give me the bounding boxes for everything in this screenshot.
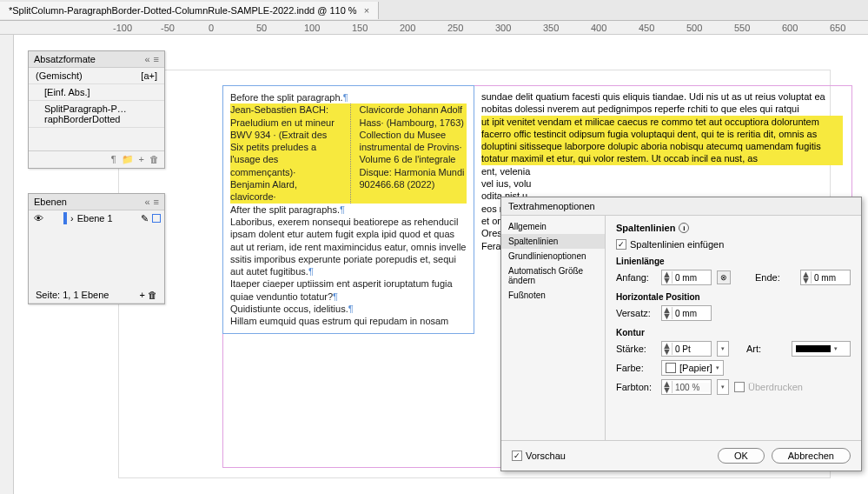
- para-after-3: Quidistiunte occus, idelitius.¶: [230, 303, 467, 315]
- section-line-length: Linienlänge: [616, 257, 851, 266]
- tint-spinner: ▲▼: [661, 379, 712, 395]
- offset-spinner[interactable]: ▲▼: [661, 305, 712, 321]
- dialog-nav-item[interactable]: Automatisch Größe ändern: [501, 264, 605, 288]
- dialog-title: Textrahmenoptionen: [501, 197, 861, 216]
- new-folder-icon[interactable]: 📁: [122, 154, 134, 165]
- para-after-4: Hillam eumquid quas estrum qui repudam i…: [230, 315, 467, 327]
- layer-color-swatch: [63, 212, 67, 224]
- para-after-title: After the split paragraphs.¶: [230, 204, 467, 216]
- start-input[interactable]: [673, 273, 711, 283]
- panel-header[interactable]: Ebenen «≡: [29, 194, 164, 210]
- start-spinner[interactable]: ▲▼: [661, 270, 712, 285]
- delete-layer-icon[interactable]: 🗑: [148, 290, 157, 300]
- split-col-2: Clavicorde Johann Adolf Hass· (Hambourg,…: [350, 103, 467, 203]
- end-input[interactable]: [812, 273, 850, 283]
- overprint-checkbox: Überdrucken: [734, 382, 803, 392]
- tab-title: *SplitColumn-ParagraphBorder-Dotted-Colu…: [9, 5, 357, 16]
- visibility-icon[interactable]: 👁: [32, 213, 44, 224]
- pen-icon: ✎: [141, 213, 149, 224]
- end-label: Ende:: [755, 272, 795, 283]
- new-style-icon[interactable]: +: [139, 154, 144, 165]
- section-stroke: Kontur: [616, 328, 851, 337]
- panel-header[interactable]: Absatzformate «≡: [29, 51, 164, 68]
- layer-row[interactable]: 👁 › Ebene 1 ✎: [29, 210, 164, 226]
- style-mixed-label: (Gemischt): [36, 70, 83, 81]
- right-para-1: sundae delit quatium facesti quis eliqui…: [481, 90, 843, 116]
- panel-collapse-icon[interactable]: «: [144, 197, 149, 207]
- override-badge: [a+]: [141, 70, 157, 81]
- split-col-1: Jean-Sebastien BACH: Praeludium en ut mi…: [230, 103, 338, 203]
- style-mixed-row: (Gemischt) [a+]: [29, 68, 164, 84]
- start-label: Anfang:: [616, 272, 656, 283]
- preview-checkbox[interactable]: Vorschau: [512, 451, 566, 461]
- layer-target-icon[interactable]: [152, 214, 161, 223]
- color-dropdown[interactable]: [Papier]▾: [661, 360, 724, 376]
- close-icon[interactable]: ×: [364, 5, 369, 16]
- style-item-basic[interactable]: [Einf. Abs.]: [29, 84, 164, 101]
- panel-collapse-icon[interactable]: «: [144, 54, 149, 64]
- tint-input: [673, 383, 711, 392]
- offset-label: Versatz:: [616, 308, 656, 318]
- expand-icon[interactable]: ›: [70, 213, 74, 224]
- info-icon[interactable]: i: [679, 223, 689, 233]
- cancel-button[interactable]: Abbrechen: [772, 448, 851, 464]
- panel-title: Absatzformate: [34, 54, 96, 64]
- layer-status: Seite: 1, 1 Ebene + 🗑: [29, 287, 164, 304]
- dialog-nav-item[interactable]: Fußnoten: [501, 288, 605, 303]
- text-frame-options-dialog: Textrahmenoptionen AllgemeinSpaltenlinie…: [500, 197, 862, 471]
- section-heading: Spaltenlinien: [616, 223, 675, 233]
- tint-dropdown: ▾: [717, 379, 729, 395]
- link-icon[interactable]: ⊗: [717, 270, 731, 284]
- weight-spinner[interactable]: ▲▼: [661, 341, 712, 357]
- para-before: Before the split paragraph.¶: [230, 91, 467, 103]
- para-after-1: Laboribus, exerem nonsequi beatiorepe as…: [230, 216, 467, 277]
- document-tab[interactable]: *SplitColumn-ParagraphBorder-Dotted-Colu…: [0, 2, 379, 19]
- panel-toolbar: ¶ 📁 + 🗑: [29, 150, 164, 168]
- weight-input[interactable]: [673, 344, 711, 354]
- layers-panel[interactable]: Ebenen «≡ 👁 › Ebene 1 ✎ Seite: 1, 1 Eben…: [28, 193, 165, 304]
- dialog-nav: AllgemeinSpaltenlinienGrundlinienoptione…: [501, 216, 606, 440]
- weight-label: Stärke:: [616, 344, 656, 354]
- paragraph-styles-panel[interactable]: Absatzformate «≡ (Gemischt) [a+] [Einf. …: [28, 50, 165, 169]
- layer-name: Ebene 1: [77, 213, 113, 224]
- offset-input[interactable]: [673, 309, 711, 318]
- panel-menu-icon[interactable]: ≡: [154, 197, 159, 207]
- text-frame-left[interactable]: Before the split paragraph.¶ Jean-Sebast…: [222, 85, 474, 334]
- right-para-highlight: ut ipit venitet vendam et milicae caecus…: [481, 116, 843, 165]
- ok-button[interactable]: OK: [718, 448, 765, 464]
- style-item-split[interactable]: SplitParagraph-P…raphBorderDotted: [29, 101, 164, 128]
- panel-title: Ebenen: [34, 197, 67, 207]
- dialog-main: Spaltenlinien i Spaltenlinien einfügen L…: [606, 216, 861, 440]
- stroke-type-dropdown[interactable]: ▾: [792, 341, 851, 357]
- split-columns: Jean-Sebastien BACH: Praeludium en ut mi…: [230, 103, 467, 203]
- new-layer-icon[interactable]: +: [140, 290, 145, 300]
- dialog-nav-item[interactable]: Spaltenlinien: [501, 234, 605, 249]
- section-hpos: Horizontale Position: [616, 292, 851, 302]
- delete-style-icon[interactable]: 🗑: [149, 154, 159, 165]
- panel-menu-icon[interactable]: ≡: [154, 54, 159, 64]
- new-paragraph-icon[interactable]: ¶: [111, 154, 116, 165]
- dialog-nav-item[interactable]: Allgemein: [501, 219, 605, 234]
- weight-dropdown[interactable]: ▾: [717, 341, 729, 357]
- vertical-ruler: [0, 35, 14, 494]
- horizontal-ruler: -100-50050100150200250300350400450500550…: [0, 21, 868, 35]
- insert-column-rules-checkbox[interactable]: Spaltenlinien einfügen: [616, 239, 724, 250]
- end-spinner[interactable]: ▲▼: [800, 270, 851, 285]
- para-after-2: Itaeper ciaeper uptiissim ent asperit io…: [230, 277, 467, 303]
- type-label: Art:: [746, 344, 786, 354]
- color-label: Farbe:: [616, 363, 656, 373]
- dialog-nav-item[interactable]: Grundlinienoptionen: [501, 249, 605, 264]
- document-tab-bar: *SplitColumn-ParagraphBorder-Dotted-Colu…: [0, 0, 868, 21]
- tint-label: Farbton:: [616, 382, 656, 392]
